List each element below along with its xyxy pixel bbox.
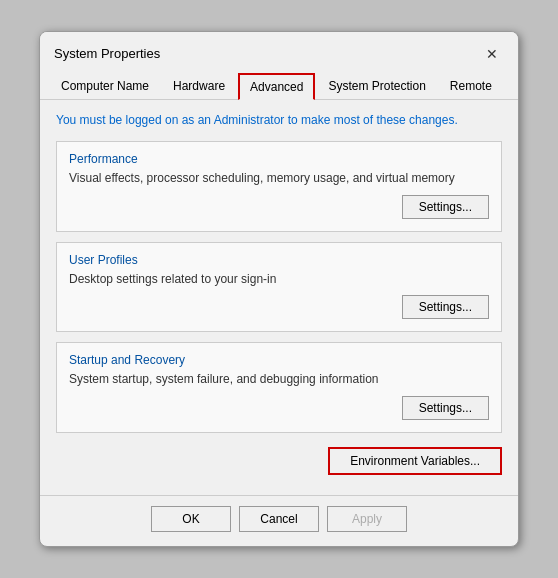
performance-footer: Settings... (69, 195, 489, 219)
user-profiles-footer: Settings... (69, 295, 489, 319)
startup-recovery-footer: Settings... (69, 396, 489, 420)
user-profiles-desc: Desktop settings related to your sign-in (69, 271, 489, 288)
startup-recovery-title: Startup and Recovery (69, 353, 489, 367)
tab-hardware[interactable]: Hardware (162, 73, 236, 100)
user-profiles-section: User Profiles Desktop settings related t… (56, 242, 502, 333)
startup-recovery-settings-button[interactable]: Settings... (402, 396, 489, 420)
cancel-button[interactable]: Cancel (239, 506, 319, 532)
apply-button[interactable]: Apply (327, 506, 407, 532)
window-title: System Properties (54, 46, 160, 61)
performance-settings-button[interactable]: Settings... (402, 195, 489, 219)
environment-variables-button[interactable]: Environment Variables... (328, 447, 502, 475)
admin-notice: You must be logged on as an Administrato… (56, 112, 502, 129)
system-properties-dialog: System Properties ✕ Computer Name Hardwa… (39, 31, 519, 547)
tab-remote[interactable]: Remote (439, 73, 503, 100)
ok-button[interactable]: OK (151, 506, 231, 532)
user-profiles-settings-button[interactable]: Settings... (402, 295, 489, 319)
tab-computer-name[interactable]: Computer Name (50, 73, 160, 100)
tab-content: You must be logged on as an Administrato… (40, 100, 518, 495)
tab-advanced[interactable]: Advanced (238, 73, 315, 100)
tab-bar: Computer Name Hardware Advanced System P… (40, 66, 518, 100)
performance-section: Performance Visual effects, processor sc… (56, 141, 502, 232)
performance-title: Performance (69, 152, 489, 166)
startup-recovery-desc: System startup, system failure, and debu… (69, 371, 489, 388)
performance-desc: Visual effects, processor scheduling, me… (69, 170, 489, 187)
dialog-footer: OK Cancel Apply (40, 495, 518, 546)
startup-recovery-section: Startup and Recovery System startup, sys… (56, 342, 502, 433)
env-vars-section: Environment Variables... (56, 443, 502, 483)
tab-system-protection[interactable]: System Protection (317, 73, 436, 100)
close-button[interactable]: ✕ (480, 42, 504, 66)
title-bar: System Properties ✕ (40, 32, 518, 66)
user-profiles-title: User Profiles (69, 253, 489, 267)
